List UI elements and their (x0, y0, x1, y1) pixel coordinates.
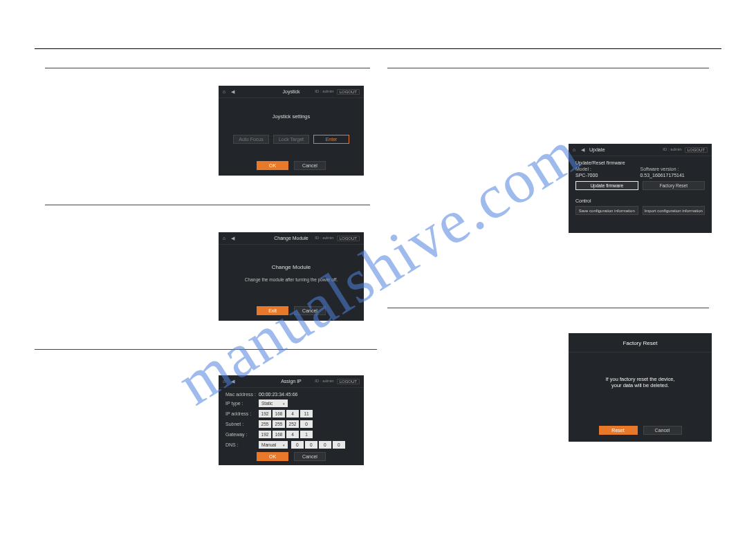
left-rule-3 (35, 349, 377, 350)
back-icon[interactable]: ◀ (231, 90, 235, 94)
assign-ip-cancel-button[interactable]: Cancel (294, 452, 326, 461)
joystick-heading: Joystick settings (219, 113, 364, 120)
page-top-rule (35, 48, 721, 49)
id-label: ID : admin (315, 379, 333, 384)
ip-type-select[interactable]: Static▾ (259, 400, 288, 407)
factory-reset-dialog: Factory Reset If you factory reset the d… (569, 333, 712, 442)
logout-button[interactable]: LOGOUT (337, 379, 360, 384)
factory-reset-button[interactable]: Factory Reset (643, 181, 706, 190)
model-value: SPC-7000 (575, 173, 640, 178)
back-icon[interactable]: ◀ (581, 148, 585, 152)
right-rule-2 (387, 308, 709, 308)
gateway-label: Gateway : (225, 432, 259, 437)
back-icon[interactable]: ◀ (231, 236, 235, 241)
factory-line1: If you factory reset the device, (569, 376, 712, 382)
ip-address-field[interactable]: 192168411 (259, 409, 357, 417)
home-icon[interactable]: ⌂ (223, 90, 227, 94)
update-titlebar: ⌂ ◀ Update ID : admin LOGOUT (569, 144, 712, 156)
dns-label: DNS : (225, 442, 259, 447)
id-label: ID : admin (315, 89, 333, 95)
import-config-button[interactable]: Import configuration information (643, 206, 706, 215)
change-module-note: Change the module after turning the powe… (219, 277, 364, 282)
id-label: ID : admin (663, 147, 681, 153)
assign-ip-ok-button[interactable]: OK (257, 452, 288, 461)
model-label: Model : (575, 167, 640, 171)
id-label: ID : admin (315, 236, 333, 241)
logout-button[interactable]: LOGOUT (337, 236, 360, 241)
joystick-titlebar: ⌂ ◀ Joystick ID : admin LOGOUT (219, 86, 364, 98)
exit-button[interactable]: Exit (257, 306, 288, 315)
factory-line2: your data will be deleted. (569, 382, 712, 388)
enter-button[interactable]: Enter (313, 135, 349, 144)
assign-ip-panel: ⌂ ◀ Assign IP ID : admin LOGOUT Mac addr… (219, 375, 364, 465)
ip-type-label: IP type : (225, 401, 259, 406)
update-section-label: Update/Reset firmware (575, 160, 705, 165)
lock-target-button[interactable]: Lock Target (273, 135, 309, 144)
reset-button[interactable]: Reset (599, 426, 638, 435)
logout-button[interactable]: LOGOUT (337, 89, 360, 95)
joystick-cancel-button[interactable]: Cancel (294, 161, 326, 170)
joystick-ok-button[interactable]: OK (257, 161, 288, 170)
assign-ip-titlebar: ⌂ ◀ Assign IP ID : admin LOGOUT (219, 375, 364, 388)
ip-label: IP address : (225, 411, 259, 416)
change-module-titlebar: ⌂ ◀ Change Module ID : admin LOGOUT (219, 232, 364, 245)
dns-mode-select[interactable]: Manual▾ (259, 441, 288, 449)
home-icon[interactable]: ⌂ (223, 236, 227, 241)
update-firmware-button[interactable]: Update firmware (575, 181, 638, 190)
home-icon[interactable]: ⌂ (223, 379, 227, 384)
sw-label: Software version : (640, 167, 706, 171)
change-module-cancel-button[interactable]: Cancel (294, 306, 326, 315)
gateway-field[interactable]: 19216841 (259, 430, 357, 438)
left-rule-2 (45, 205, 370, 205)
home-icon[interactable]: ⌂ (573, 148, 577, 152)
control-label: Control (575, 198, 705, 203)
update-title: Update (589, 147, 605, 152)
subnet-label: Subnet : (225, 422, 259, 426)
change-module-heading: Change Module (219, 264, 364, 270)
sw-value: 0.53_160617175141 (640, 173, 706, 178)
auto-focus-button[interactable]: Auto Focus (233, 135, 269, 144)
update-panel: ⌂ ◀ Update ID : admin LOGOUT Update/Rese… (569, 144, 712, 233)
logout-button[interactable]: LOGOUT (685, 147, 708, 153)
mac-label: Mac address : (225, 392, 259, 397)
joystick-panel: ⌂ ◀ Joystick ID : admin LOGOUT Joystick … (219, 86, 364, 176)
back-icon[interactable]: ◀ (231, 379, 235, 384)
left-rule-1 (45, 68, 370, 68)
factory-cancel-button[interactable]: Cancel (643, 426, 682, 435)
page: ⌂ ◀ Joystick ID : admin LOGOUT Joystick … (0, 0, 756, 535)
subnet-field[interactable]: 2552552520 (259, 420, 357, 428)
dns-field[interactable]: Manual▾ 0000 (259, 440, 357, 449)
right-rule-1 (387, 68, 709, 68)
mac-value: 00:00:23:34:45:66 (259, 392, 357, 397)
change-module-panel: ⌂ ◀ Change Module ID : admin LOGOUT Chan… (219, 232, 364, 321)
factory-title: Factory Reset (569, 333, 712, 353)
save-config-button[interactable]: Save configuration information (575, 206, 638, 215)
